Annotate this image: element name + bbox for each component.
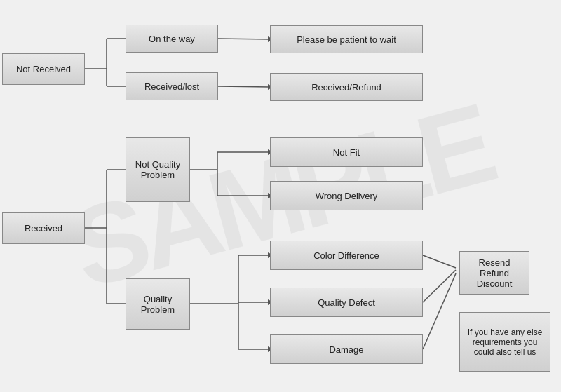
quality-defect-box: Quality Defect — [270, 288, 423, 317]
svg-line-6 — [218, 86, 270, 87]
not-quality-problem-box: Not Quality Problem — [126, 137, 190, 202]
also-tell-box: If you have any else requirements you co… — [459, 312, 550, 372]
svg-line-4 — [218, 39, 270, 39]
diagram: Not Received On the way Received/lost Pl… — [0, 0, 561, 392]
not-fit-box: Not Fit — [270, 137, 423, 167]
received-refund-box: Received/Refund — [270, 73, 423, 101]
svg-line-28 — [423, 273, 456, 349]
quality-problem-box: Quality Problem — [126, 278, 190, 330]
svg-line-26 — [423, 255, 456, 268]
wrong-delivery-box: Wrong Delivery — [270, 181, 423, 210]
not-received-box: Not Received — [2, 53, 85, 85]
on-the-way-box: On the way — [126, 25, 218, 53]
please-wait-box: Please be patient to wait — [270, 25, 423, 53]
received-box: Received — [2, 212, 85, 244]
color-difference-box: Color Difference — [270, 241, 423, 270]
received-lost-box: Received/lost — [126, 72, 218, 100]
damage-box: Damage — [270, 334, 423, 364]
svg-line-27 — [423, 270, 456, 302]
resend-refund-box: Resend Refund Discount — [459, 251, 529, 295]
